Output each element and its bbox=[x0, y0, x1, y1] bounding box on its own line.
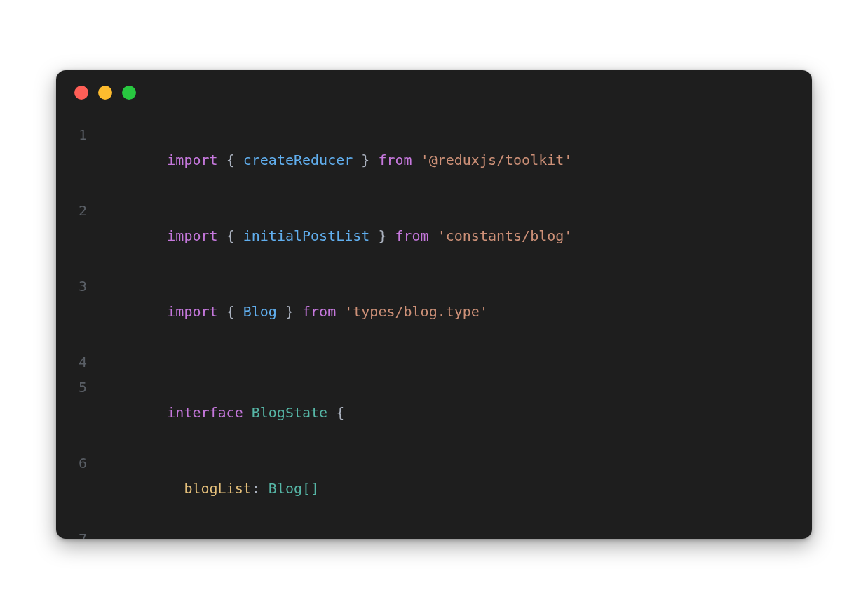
code-content: interface BlogState { bbox=[100, 375, 812, 450]
tok-space bbox=[386, 227, 395, 244]
tok-space bbox=[412, 152, 421, 168]
tok-string: '@reduxjs/toolkit' bbox=[421, 152, 573, 168]
tok-from: from bbox=[378, 152, 412, 168]
tok-space bbox=[243, 404, 252, 421]
tok-blogList: blogList bbox=[184, 480, 251, 497]
code-line: 5 interface BlogState { bbox=[56, 375, 812, 450]
tok-import: import bbox=[167, 152, 217, 168]
tok-space bbox=[294, 303, 302, 320]
tok-string: 'types/blog.type' bbox=[344, 303, 488, 320]
tok-import: import bbox=[167, 303, 217, 320]
editor-window: 1 import { createReducer } from '@reduxj… bbox=[56, 70, 812, 539]
tok-Blog-array: Blog[] bbox=[269, 480, 319, 497]
line-number: 5 bbox=[56, 375, 100, 400]
tok-from: from bbox=[395, 227, 428, 244]
line-number: 7 bbox=[56, 526, 100, 539]
tok-colon: : bbox=[252, 480, 269, 497]
traffic-light-minimize-icon[interactable] bbox=[98, 86, 112, 100]
tok-brace-close: } bbox=[353, 152, 369, 168]
tok-import: import bbox=[167, 227, 217, 244]
window-titlebar bbox=[56, 70, 812, 115]
line-number: 4 bbox=[56, 349, 100, 375]
tok-brace-close: } bbox=[277, 303, 294, 320]
line-number: 3 bbox=[56, 274, 100, 299]
tok-Blog: Blog bbox=[243, 303, 277, 320]
line-number: 1 bbox=[56, 122, 100, 147]
code-content: import { Blog } from 'types/blog.type' bbox=[100, 274, 812, 349]
tok-indent bbox=[167, 480, 184, 497]
code-editor[interactable]: 1 import { createReducer } from '@reduxj… bbox=[56, 115, 812, 539]
code-content: import { createReducer } from '@reduxjs/… bbox=[100, 122, 812, 198]
line-number: 6 bbox=[56, 450, 100, 476]
tok-brace-open: { bbox=[336, 404, 344, 421]
code-line: 7 } bbox=[56, 526, 812, 539]
tok-space bbox=[429, 227, 438, 244]
tok-space bbox=[218, 152, 226, 168]
code-line: 2 import { initialPostList } from 'const… bbox=[56, 198, 812, 274]
code-line: 1 import { createReducer } from '@reduxj… bbox=[56, 122, 812, 198]
tok-interface: interface bbox=[167, 404, 243, 421]
tok-createReducer: createReducer bbox=[243, 152, 353, 168]
tok-space bbox=[218, 303, 226, 320]
tok-from: from bbox=[302, 303, 336, 320]
code-content: import { initialPostList } from 'constan… bbox=[100, 198, 812, 274]
traffic-light-zoom-icon[interactable] bbox=[122, 86, 136, 100]
tok-brace-open: { bbox=[226, 227, 243, 244]
tok-space bbox=[369, 152, 378, 168]
tok-brace-open: { bbox=[226, 303, 243, 320]
traffic-light-close-icon[interactable] bbox=[74, 86, 88, 100]
code-content: blogList: Blog[] bbox=[100, 450, 812, 526]
tok-brace-open: { bbox=[226, 152, 243, 168]
tok-brace-close: } bbox=[369, 227, 386, 244]
tok-space bbox=[218, 227, 226, 244]
code-line: 6 blogList: Blog[] bbox=[56, 450, 812, 526]
tok-string: 'constants/blog' bbox=[438, 227, 573, 244]
tok-space bbox=[327, 404, 336, 421]
code-line: 4 bbox=[56, 349, 812, 375]
code-line: 3 import { Blog } from 'types/blog.type' bbox=[56, 274, 812, 349]
line-number: 2 bbox=[56, 198, 100, 223]
code-content: } bbox=[100, 526, 812, 539]
tok-space bbox=[336, 303, 344, 320]
tok-initialPostList: initialPostList bbox=[243, 227, 370, 244]
tok-BlogState: BlogState bbox=[252, 404, 327, 421]
